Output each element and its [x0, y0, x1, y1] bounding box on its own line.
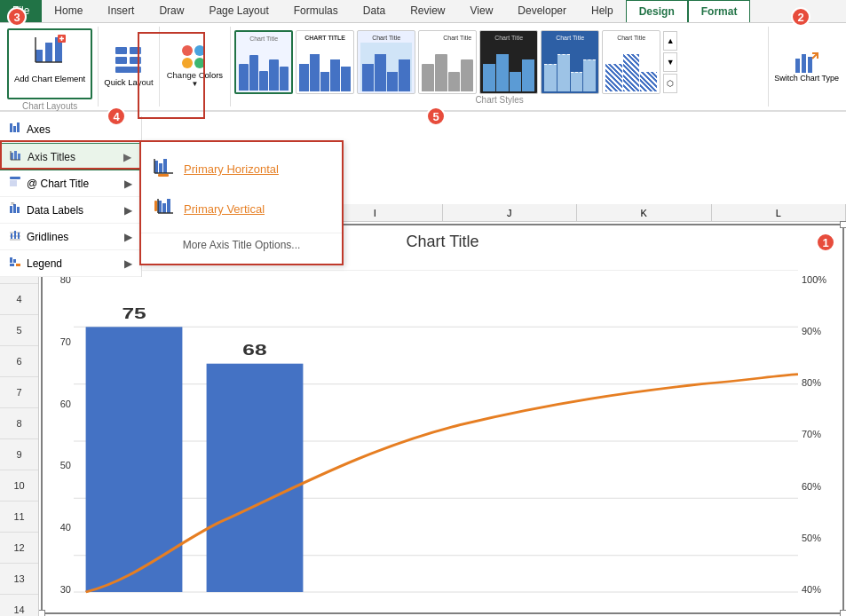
- quick-layout-label: Quick Layout: [104, 77, 153, 87]
- menu-item-chart-title[interactable]: @ Chart Title ▶: [0, 170, 141, 197]
- svg-rect-34: [11, 233, 12, 239]
- svg-rect-15: [808, 57, 812, 73]
- svg-rect-42: [159, 163, 162, 173]
- change-colors-icon: [182, 45, 207, 68]
- chart-style-4[interactable]: Chart Title: [418, 30, 477, 94]
- menu-item-axis-titles[interactable]: Axis Titles ▶: [0, 143, 141, 170]
- axis-titles-label: Axis Titles: [28, 151, 75, 163]
- add-chart-element-button[interactable]: Add Chart Element: [7, 28, 92, 99]
- chart-style-scroll[interactable]: ▲ ▼ ⬡: [663, 31, 677, 93]
- row-hdr-14: 14: [0, 595, 38, 616]
- tab-developer[interactable]: Developer: [505, 0, 579, 22]
- pct-90: 90%: [802, 326, 841, 336]
- pct-70: 70%: [802, 429, 841, 439]
- chart-layouts-label: Chart Layouts: [7, 101, 92, 111]
- badge-5: 5: [426, 107, 446, 126]
- svg-rect-12: [115, 67, 141, 73]
- primary-horizontal-item[interactable]: Primary Horizontal: [141, 149, 342, 189]
- col-hdr-l: L: [712, 204, 847, 221]
- legend-label: Legend: [27, 257, 62, 270]
- tab-draw[interactable]: Draw: [146, 0, 196, 22]
- axis-titles-icon: [10, 149, 22, 164]
- pct-100: 100%: [802, 274, 841, 285]
- badge-1: 1: [816, 233, 835, 252]
- legend-arrow: ▶: [124, 257, 132, 270]
- y-label-50: 50: [45, 460, 71, 470]
- row-hdr-4: 4: [0, 284, 38, 315]
- svg-rect-43: [163, 159, 167, 173]
- svg-rect-21: [14, 151, 17, 160]
- chart-style-1[interactable]: Chart Title: [234, 30, 293, 94]
- svg-rect-62: [207, 364, 304, 592]
- svg-rect-13: [795, 59, 800, 73]
- primary-vertical-label: Primary Vertical: [184, 202, 265, 216]
- svg-rect-17: [10, 123, 12, 132]
- tab-formulas[interactable]: Formulas: [281, 0, 351, 22]
- svg-rect-40: [13, 259, 16, 263]
- svg-rect-9: [130, 47, 141, 54]
- primary-vertical-item[interactable]: Primary Vertical: [141, 189, 342, 229]
- quick-layout-button[interactable]: Quick Layout: [104, 28, 153, 105]
- row-hdr-8: 8: [0, 408, 38, 439]
- tab-insert[interactable]: Insert: [95, 0, 146, 22]
- chart-style-2[interactable]: CHART TITLE: [296, 30, 354, 94]
- chart-style-5[interactable]: Chart Title: [479, 30, 538, 94]
- menu-item-legend[interactable]: Legend ▶: [0, 250, 141, 277]
- pct-60: 60%: [802, 481, 841, 492]
- pct-50: 50%: [802, 533, 841, 543]
- change-colors-button[interactable]: Change Colors ▼: [167, 28, 223, 105]
- primary-vertical-icon: [154, 196, 175, 222]
- gridlines-label: Gridlines: [27, 231, 68, 243]
- svg-rect-36: [18, 233, 20, 239]
- chart-style-7[interactable]: Chart Title: [602, 30, 660, 94]
- svg-rect-39: [10, 257, 12, 263]
- legend-icon: [9, 256, 21, 271]
- chart-title-icon: [9, 176, 21, 191]
- badge-2: 2: [791, 7, 810, 27]
- col-hdr-k: K: [577, 204, 712, 221]
- svg-rect-0: [36, 50, 43, 62]
- svg-rect-29: [17, 207, 20, 213]
- chart-title-arrow: ▶: [124, 178, 132, 190]
- y-label-30: 30: [45, 584, 71, 595]
- ribbon-tabs: File Home Insert Draw Page Layout Formul…: [0, 0, 846, 23]
- chart-style-3[interactable]: Chart Title: [357, 30, 415, 94]
- chart-container[interactable]: Chart Title 1 80 70 60 50 40 30: [41, 224, 844, 614]
- menu-item-gridlines[interactable]: Gridlines ▶: [0, 224, 141, 250]
- y-axis-right-labels: 100% 90% 80% 70% 60% 50% 40%: [798, 270, 842, 612]
- change-colors-label: Change Colors: [167, 70, 223, 80]
- tab-home[interactable]: Home: [42, 0, 95, 22]
- svg-rect-26: [10, 180, 17, 186]
- svg-rect-8: [115, 47, 127, 54]
- tab-page-layout[interactable]: Page Layout: [196, 0, 281, 22]
- svg-text:68: 68: [242, 342, 266, 358]
- svg-rect-19: [17, 122, 20, 132]
- menu-item-data-labels[interactable]: 75 Data Labels ▶: [0, 197, 141, 224]
- full-page: File Home Insert Draw Page Layout Formul…: [0, 0, 846, 616]
- tab-help[interactable]: Help: [579, 0, 626, 22]
- axes-icon: [9, 122, 21, 137]
- row-hdr-5: 5: [0, 315, 38, 346]
- pct-40: 40%: [802, 584, 841, 595]
- pct-80: 80%: [802, 377, 841, 388]
- tab-format[interactable]: Format: [688, 0, 751, 22]
- more-axis-title-options[interactable]: More Axis Title Options...: [141, 233, 342, 257]
- chart-style-6[interactable]: Chart Title: [541, 30, 599, 94]
- chart-handle-tr[interactable]: [840, 221, 846, 228]
- tab-review[interactable]: Review: [398, 0, 457, 22]
- chart-svg-area: 75 68: [74, 270, 798, 612]
- tab-view[interactable]: View: [458, 0, 506, 22]
- tab-design[interactable]: Design: [626, 0, 688, 22]
- row-hdr-12: 12: [0, 533, 38, 564]
- gridlines-arrow: ▶: [124, 231, 132, 243]
- svg-rect-46: [158, 174, 169, 177]
- chart-inner: 80 70 60 50 40 30: [43, 270, 842, 612]
- chart-svg: 75 68: [74, 270, 798, 612]
- row-hdr-11: 11: [0, 501, 38, 533]
- switch-chart-button[interactable]: Switch Chart Type: [774, 50, 839, 83]
- svg-rect-35: [14, 231, 16, 239]
- tab-data[interactable]: Data: [351, 0, 398, 22]
- svg-rect-14: [802, 54, 806, 73]
- badge-4: 4: [107, 107, 126, 126]
- data-labels-icon: 75: [9, 202, 21, 217]
